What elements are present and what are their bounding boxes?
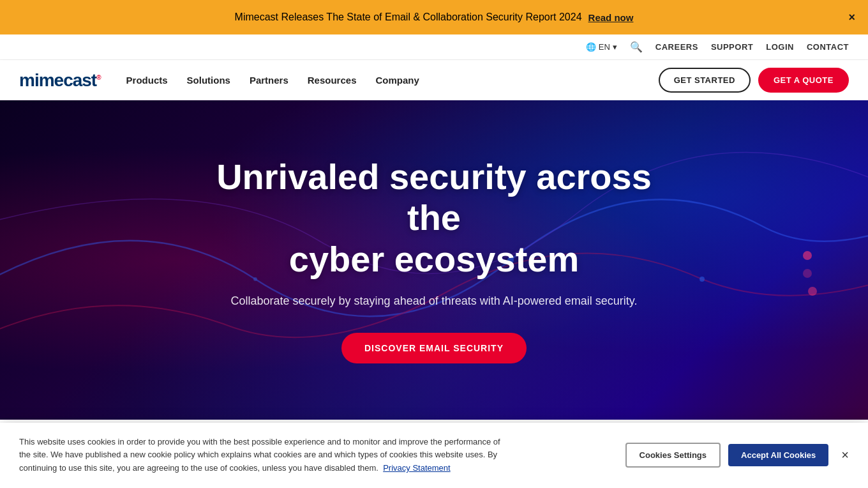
hero-dot-3 xyxy=(808,287,817,296)
hero-decorative-dots xyxy=(803,251,817,296)
nav-links: Products Solutions Partners Resources Co… xyxy=(126,72,659,88)
nav-support[interactable]: SUPPORT xyxy=(711,42,753,52)
globe-icon: 🌐 xyxy=(586,42,596,52)
nav-resources[interactable]: Resources xyxy=(308,72,357,88)
nav-partners[interactable]: Partners xyxy=(250,72,288,88)
get-quote-button[interactable]: GET A QUOTE xyxy=(758,68,849,93)
nav-company[interactable]: Company xyxy=(376,72,419,88)
lang-label: EN xyxy=(599,42,610,52)
announcement-link[interactable]: Read now xyxy=(588,12,634,23)
nav-buttons: GET STARTED GET A QUOTE xyxy=(659,68,849,93)
hero-dot-1 xyxy=(803,251,812,260)
hero-dot-2 xyxy=(803,269,812,278)
top-nav: 🌐 EN ▾ 🔍 CAREERS SUPPORT LOGIN CONTACT xyxy=(0,34,868,60)
main-nav: mimecast® Products Solutions Partners Re… xyxy=(0,60,868,100)
logo[interactable]: mimecast® xyxy=(19,70,101,91)
announcement-text: Mimecast Releases The State of Email & C… xyxy=(235,11,582,23)
discover-email-security-button[interactable]: DISCOVER EMAIL SECURITY xyxy=(341,333,527,363)
nav-contact[interactable]: CONTACT xyxy=(807,42,849,52)
chevron-down-icon: ▾ xyxy=(613,42,617,52)
nav-solutions[interactable]: Solutions xyxy=(187,72,230,88)
hero-content: Unrivaled security across the cyber ecos… xyxy=(185,156,683,363)
language-selector[interactable]: 🌐 EN ▾ xyxy=(586,42,617,52)
svg-point-1 xyxy=(700,277,705,282)
announcement-bar: Mimecast Releases The State of Email & C… xyxy=(0,0,868,34)
nav-products[interactable]: Products xyxy=(126,72,168,88)
nav-careers[interactable]: CAREERS xyxy=(655,42,698,52)
announcement-close[interactable]: × xyxy=(848,11,855,24)
nav-login[interactable]: LOGIN xyxy=(766,42,794,52)
hero-subtitle: Collaborate securely by staying ahead of… xyxy=(198,293,670,310)
search-icon[interactable]: 🔍 xyxy=(630,41,643,53)
hero-section: Unrivaled security across the cyber ecos… xyxy=(0,100,868,420)
get-started-button[interactable]: GET STARTED xyxy=(659,68,751,93)
hero-heading: Unrivaled security across the cyber ecos… xyxy=(198,156,670,280)
